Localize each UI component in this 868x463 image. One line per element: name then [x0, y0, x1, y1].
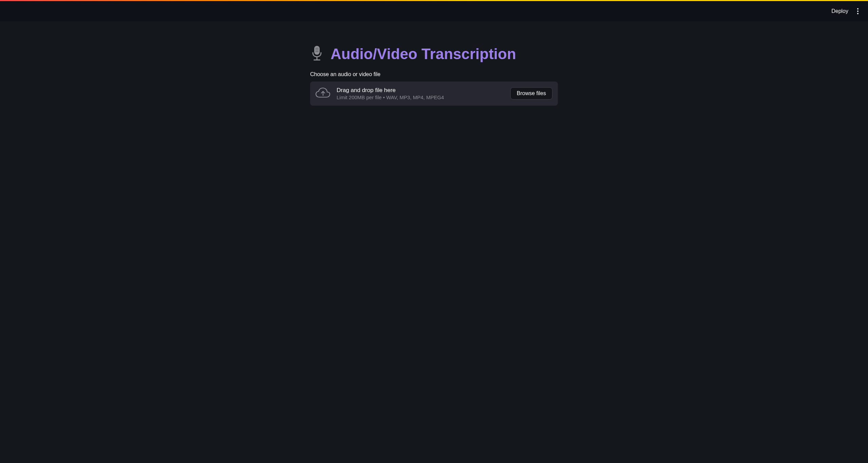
app-toolbar: Deploy: [0, 1, 868, 21]
svg-rect-2: [315, 50, 319, 50]
svg-rect-3: [315, 51, 319, 52]
svg-rect-5: [314, 59, 320, 60]
svg-rect-4: [317, 57, 318, 59]
title-row: Audio/Video Transcription: [310, 45, 558, 63]
svg-rect-1: [315, 48, 319, 49]
page-title: Audio/Video Transcription: [331, 45, 516, 63]
kebab-icon: [857, 13, 858, 14]
microphone-icon: [310, 45, 324, 63]
main-menu-button[interactable]: [854, 6, 861, 16]
uploader-text-block: Drag and drop file here Limit 200MB per …: [337, 87, 504, 100]
deploy-button[interactable]: Deploy: [828, 6, 852, 16]
file-uploader-label: Choose an audio or video file: [310, 71, 558, 77]
main-content: Audio/Video Transcription Choose an audi…: [0, 21, 868, 463]
cloud-upload-icon: [316, 87, 331, 100]
file-limit-text: Limit 200MB per file • WAV, MP3, MP4, MP…: [337, 94, 504, 100]
kebab-icon: [857, 11, 858, 12]
browse-files-button[interactable]: Browse files: [510, 87, 552, 100]
drag-drop-instruction: Drag and drop file here: [337, 87, 504, 94]
kebab-icon: [857, 8, 858, 10]
file-uploader-dropzone[interactable]: Drag and drop file here Limit 200MB per …: [310, 82, 558, 106]
